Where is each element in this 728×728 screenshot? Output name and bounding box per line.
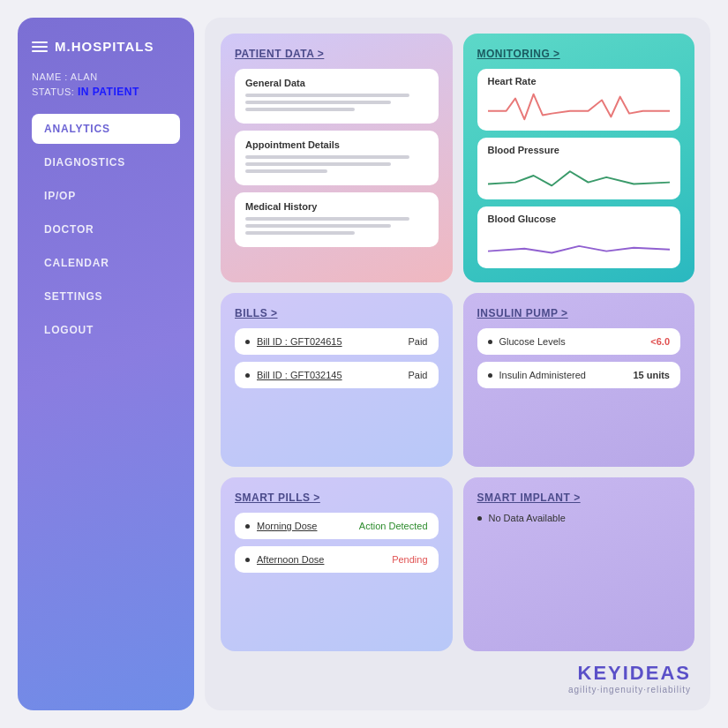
bill-status-1: Paid — [408, 336, 427, 347]
blood-glucose-label: Blood Glucose — [488, 214, 671, 224]
smart-pills-panel: SMART PILLS > Morning Dose Action Detect… — [221, 477, 453, 651]
heart-rate-chart — [488, 90, 671, 124]
sidebar-item-calendar[interactable]: CALENDAR — [32, 248, 180, 278]
data-line-8 — [245, 224, 391, 228]
monitoring-panel: MONITORING > Heart Rate Blood Pressure — [463, 34, 695, 282]
pill-status-2: Pending — [392, 554, 427, 565]
bill-item-2: Bill ID : GFT032145 Paid — [235, 362, 439, 388]
sidebar-item-analytics[interactable]: ANALYTICS — [32, 114, 180, 144]
user-status: STATUS: IN PATIENT — [32, 86, 180, 98]
smart-pills-title[interactable]: SMART PILLS > — [235, 492, 439, 504]
insulin-dot-2 — [488, 373, 492, 378]
bill-id-2: Bill ID : GFT032145 — [257, 370, 342, 380]
blood-glucose-chart — [488, 228, 671, 261]
branding: KEYIDEAS agility·ingenuity·reliability — [221, 662, 694, 694]
sidebar-item-settings[interactable]: SETTINGS — [32, 281, 180, 311]
data-line-4 — [245, 155, 409, 159]
sidebar-item-doctor[interactable]: DOCTOR — [32, 214, 180, 244]
blood-pressure-card: Blood Pressure — [477, 138, 681, 199]
heart-rate-label: Heart Rate — [488, 76, 671, 86]
blood-pressure-label: Blood Pressure — [488, 145, 671, 155]
sidebar-header: M.HOSPITALS — [32, 39, 180, 54]
no-data-dot — [477, 516, 482, 521]
bill-item-1: Bill ID : GFT024615 Paid — [235, 328, 439, 355]
data-line-9 — [245, 231, 355, 235]
data-line-2 — [245, 101, 391, 104]
appointment-data-card: Appointment Details — [235, 131, 439, 185]
pill-status-1: Action Detected — [359, 521, 428, 531]
pill-item-2: Afternoon Dose Pending — [235, 546, 439, 573]
bill-dot-2 — [245, 373, 250, 378]
pill-dot-1 — [245, 524, 250, 529]
bills-title[interactable]: BILLS > — [235, 307, 439, 319]
brand-tagline: agility·ingenuity·reliability — [221, 685, 691, 694]
smart-implant-title[interactable]: SMART IMPLANT > — [477, 492, 681, 504]
sidebar-user: NAME : ALAN STATUS: IN PATIENT — [32, 71, 180, 98]
data-line-1 — [245, 94, 409, 97]
monitoring-title[interactable]: MONITORING > — [477, 48, 681, 60]
medical-history-label: Medical History — [245, 201, 428, 212]
bills-panel: BILLS > Bill ID : GFT024615 Paid Bill ID… — [221, 293, 453, 467]
smart-implant-panel: SMART IMPLANT > No Data Available — [463, 477, 695, 651]
data-line-7 — [245, 217, 409, 221]
no-data-message: No Data Available — [477, 513, 681, 523]
insulin-label-1: Glucose Levels — [499, 336, 566, 347]
brand-name: KEYIDEAS — [221, 662, 691, 685]
user-name: NAME : ALAN — [32, 71, 180, 82]
data-line-3 — [245, 108, 355, 111]
insulin-item-2: Insulin Administered 15 units — [477, 362, 681, 388]
sidebar-nav: ANALYTICS DIAGNOSTICS IP/OP DOCTOR CALEN… — [32, 114, 180, 345]
pill-label-1: Morning Dose — [257, 521, 317, 531]
insulin-value-2: 15 units — [633, 370, 670, 380]
patient-data-panel: PATIENT DATA > General Data Appointment … — [221, 34, 453, 282]
data-line-5 — [245, 162, 391, 166]
top-panels-row: PATIENT DATA > General Data Appointment … — [221, 34, 694, 282]
sidebar-item-logout[interactable]: LOGOUT — [32, 315, 180, 345]
sidebar: M.HOSPITALS NAME : ALAN STATUS: IN PATIE… — [18, 18, 194, 710]
data-line-6 — [245, 169, 327, 173]
insulin-value-1: <6.0 — [650, 336, 670, 347]
app-container: M.HOSPITALS NAME : ALAN STATUS: IN PATIE… — [0, 0, 728, 728]
patient-data-title[interactable]: PATIENT DATA > — [235, 48, 439, 60]
pill-dot-2 — [245, 558, 250, 562]
hamburger-icon[interactable] — [32, 41, 48, 52]
bill-dot-1 — [245, 340, 250, 344]
pill-label-2: Afternoon Dose — [257, 554, 324, 565]
blood-glucose-card: Blood Glucose — [477, 206, 681, 268]
insulin-item-1: Glucose Levels <6.0 — [477, 328, 681, 355]
insulin-label-2: Insulin Administered — [499, 370, 586, 380]
blood-pressure-chart — [488, 159, 671, 192]
sidebar-title: M.HOSPITALS — [55, 39, 154, 54]
insulin-dot-1 — [488, 340, 492, 344]
insulin-pump-panel: INSULIN PUMP > Glucose Levels <6.0 Insul… — [463, 293, 695, 467]
bill-status-2: Paid — [408, 370, 427, 380]
general-data-label: General Data — [245, 78, 428, 88]
medical-history-card: Medical History — [235, 192, 439, 247]
main-content: PATIENT DATA > General Data Appointment … — [205, 18, 710, 710]
general-data-card: General Data — [235, 69, 439, 124]
bottom-panels-row: SMART PILLS > Morning Dose Action Detect… — [221, 477, 694, 651]
sidebar-item-diagnostics[interactable]: DIAGNOSTICS — [32, 147, 180, 177]
middle-panels-row: BILLS > Bill ID : GFT024615 Paid Bill ID… — [221, 293, 694, 467]
pill-item-1: Morning Dose Action Detected — [235, 513, 439, 539]
status-badge: IN PATIENT — [78, 86, 139, 98]
sidebar-item-ipop[interactable]: IP/OP — [32, 181, 180, 211]
heart-rate-card: Heart Rate — [477, 69, 681, 131]
bill-id-1: Bill ID : GFT024615 — [257, 336, 342, 347]
insulin-pump-title[interactable]: INSULIN PUMP > — [477, 307, 681, 319]
appointment-label: Appointment Details — [245, 139, 428, 150]
